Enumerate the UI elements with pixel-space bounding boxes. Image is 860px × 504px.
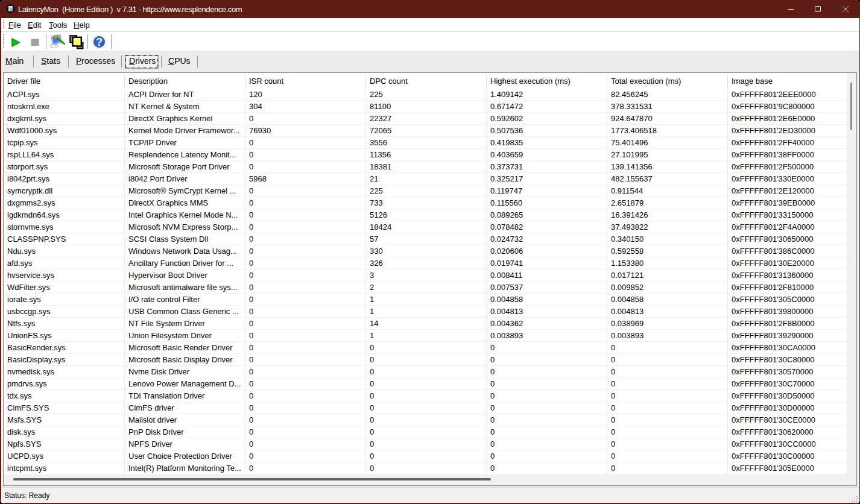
svg-text:?: ? bbox=[96, 36, 103, 48]
